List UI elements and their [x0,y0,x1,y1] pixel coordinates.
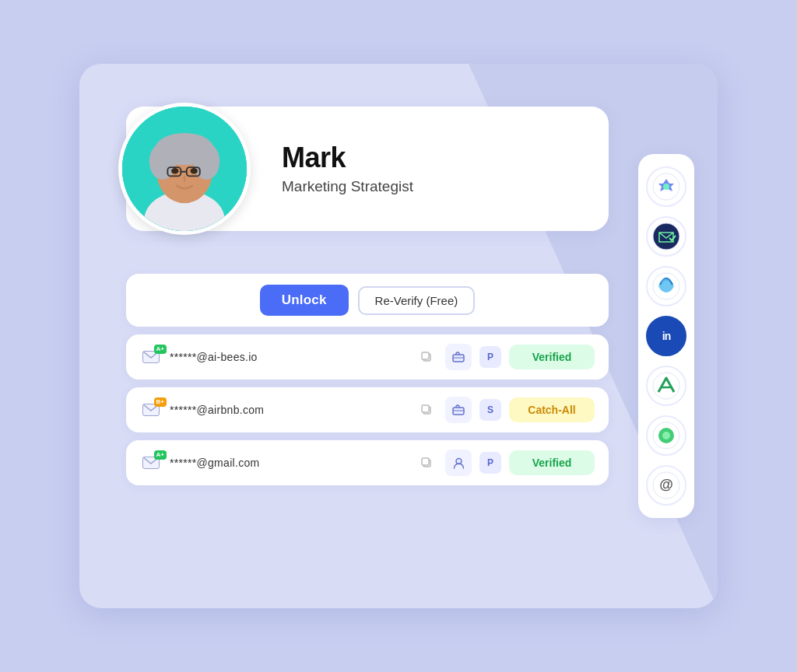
svg-rect-24 [422,458,429,465]
svg-point-33 [662,432,670,439]
briefcase-btn-2[interactable] [445,397,472,423]
mail-icon-1: A+ [140,349,162,365]
email-section: Unlock Re-Verify (Free) A+ ******@ai-bee… [126,274,609,485]
status-badge-3: Verified [509,450,595,475]
type-badge-3: P [479,452,501,474]
svg-point-27 [663,184,669,190]
mail-icon-3: A+ [140,455,162,471]
profile-name: Mark [282,142,581,173]
avatar [118,103,251,235]
email-address-3: ******@gmail.com [170,457,408,469]
status-badge-1: Verified [509,345,595,369]
person-btn-3[interactable] [445,450,472,476]
svg-rect-14 [422,352,429,359]
type-badge-2: S [479,399,501,421]
reverify-button[interactable]: Re-Verify (Free) [358,286,476,315]
logo-item-at[interactable]: @ [646,465,686,506]
email-address-2: ******@airbnb.com [170,404,408,416]
mail-icon-2: B+ [140,402,162,418]
svg-point-8 [191,168,198,174]
email-row-1: A+ ******@ai-bees.io P Verified [126,334,609,380]
svg-point-30 [653,373,679,399]
main-card: Mark Marketing Strategist Unlock Re-Veri… [79,64,718,608]
logo-item-hq[interactable] [646,166,686,207]
logo-item-mv[interactable] [646,216,686,257]
copy-button-1[interactable] [416,346,437,368]
type-badge-1: P [479,346,501,368]
action-row: Unlock Re-Verify (Free) [126,274,609,327]
logo-item-arc[interactable] [646,366,686,406]
grade-badge-2: B+ [154,397,167,407]
email-address-1: ******@ai-bees.io [170,351,408,363]
svg-point-6 [193,143,219,180]
grade-badge-1: A+ [154,345,167,354]
copy-button-3[interactable] [416,452,437,474]
svg-text:@: @ [659,477,673,492]
logo-item-gr[interactable] [646,415,686,456]
copy-button-2[interactable] [416,399,437,421]
profile-title: Marketing Strategist [282,178,581,195]
status-badge-2: Catch-All [509,397,595,422]
unlock-button[interactable]: Unlock [260,285,349,316]
logo-item-lt[interactable] [646,266,686,306]
logo-sidebar: in . @ [638,154,694,518]
profile-card: Mark Marketing Strategist [126,107,609,231]
grade-badge-3: A+ [154,450,167,460]
email-row-3: A+ ******@gmail.com P Verified [126,440,609,485]
svg-point-7 [171,168,178,174]
logo-item-in[interactable]: in . [646,316,686,356]
email-row-2: B+ ******@airbnb.com S Catch-All [126,387,609,432]
svg-point-5 [149,143,176,180]
briefcase-btn-1[interactable] [445,344,472,370]
svg-rect-19 [422,405,429,412]
